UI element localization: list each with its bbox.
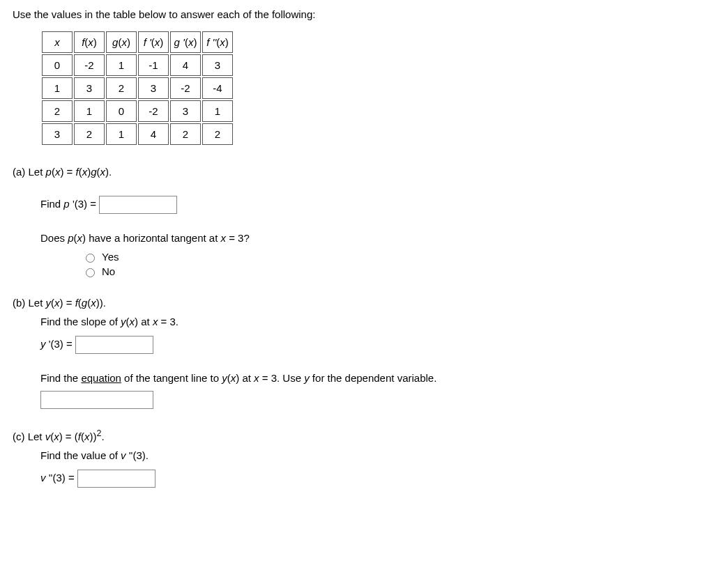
part-b-def2: (x) = f(g(x)). [51, 297, 106, 309]
table-cell: -2 [74, 54, 105, 76]
part-a-prefix: (a) Let [13, 166, 46, 178]
table-cell: 1 [106, 123, 137, 145]
vpp-label: ''(3) = [49, 472, 77, 483]
table-cell: 3 [74, 77, 105, 99]
slope-at: at [138, 316, 153, 327]
table-header-cell: x [42, 31, 73, 53]
eqline-x: x [254, 372, 259, 384]
table-row: 210-231 [42, 100, 233, 122]
intro-text: Use the values in the table below to ans… [13, 8, 701, 20]
part-a-p: p [46, 166, 52, 178]
v-dprime-3-field[interactable] [78, 470, 155, 487]
v-dprime-3-input[interactable] [77, 470, 155, 488]
table-header-cell: f '(x) [138, 31, 169, 53]
table-header-cell: g(x) [106, 31, 137, 53]
table-cell: 4 [170, 54, 201, 76]
tangent-line-input[interactable] [40, 391, 153, 409]
eqline-tail: for the dependent variable. [310, 372, 437, 384]
tangent-q-tail: = 3? [226, 232, 250, 244]
tangent-q-mid: have a horizontal tangent at [86, 232, 220, 244]
table-cell: -2 [138, 100, 169, 122]
eqline-pre: Find the [40, 372, 81, 384]
eqline-y: y [222, 372, 227, 384]
eqline-mid2: = 3. Use [259, 372, 305, 384]
part-c-def: (x) = (f(x))2. [50, 431, 104, 442]
table-cell: -4 [202, 77, 233, 99]
part-a-arg: (x) [52, 166, 64, 178]
table-cell: 3 [170, 100, 201, 122]
slope-yx2: (x) [126, 316, 139, 327]
table-row: 0-21-143 [42, 54, 233, 76]
part-c-find-tail: ''(3). [129, 449, 149, 461]
radio-no-row[interactable]: No [82, 265, 701, 277]
part-a-find-arg: '(3) = [73, 198, 99, 210]
tangent-q-x: x [221, 232, 227, 244]
tangent-q-px: (x) [74, 232, 86, 244]
slope-pre: Find the slope of [40, 316, 121, 327]
table-header-cell: f(x) [74, 31, 105, 53]
eqline-yx: (x) [227, 372, 240, 384]
part-c-find-pre: Find the value of [40, 449, 121, 461]
table-cell: 3 [138, 77, 169, 99]
part-c-find-v: v [121, 449, 129, 461]
tangent-q-pre: Does [40, 232, 68, 244]
table-cell: 3 [202, 54, 233, 76]
part-a: (a) Let p(x) = f(x)g(x). Find p '(3) = D… [13, 166, 701, 277]
values-table: xf(x)g(x)f '(x)g '(x)f ''(x) 0-21-143132… [40, 30, 234, 146]
p-prime-3-field[interactable] [100, 196, 176, 213]
radio-yes-label: Yes [102, 251, 119, 263]
part-c: (c) Let v(x) = (f(x))2. Find the value o… [13, 428, 701, 488]
table-cell: 1 [74, 100, 105, 122]
part-a-gx: (x). [97, 166, 112, 178]
table-cell: -1 [138, 54, 169, 76]
part-c-prefix: (c) Let [13, 431, 45, 442]
table-row: 321422 [42, 123, 233, 145]
eqline-u: equation [81, 372, 121, 384]
y-prime-3-input[interactable] [75, 336, 153, 354]
part-a-eq: = [63, 166, 75, 178]
table-cell: 2 [202, 123, 233, 145]
tangent-line-field[interactable] [41, 392, 153, 408]
table-cell: 4 [138, 123, 169, 145]
part-a-fx: (x) [79, 166, 91, 178]
yprime-label-y: y [40, 338, 49, 350]
part-b-def: y [46, 297, 52, 309]
radio-yes-row[interactable]: Yes [82, 251, 701, 263]
table-cell: 0 [106, 100, 137, 122]
radio-no[interactable] [86, 268, 95, 277]
table-cell: 1 [106, 54, 137, 76]
table-cell: 0 [42, 54, 73, 76]
slope-yx: y [121, 316, 126, 327]
eqline-yvar: y [304, 372, 310, 384]
radio-yes[interactable] [86, 254, 95, 263]
table-cell: 3 [42, 123, 73, 145]
eqline-at: at [239, 372, 254, 384]
slope-tail: = 3. [158, 316, 178, 327]
table-cell: 1 [202, 100, 233, 122]
table-cell: 2 [74, 123, 105, 145]
part-a-g: g [91, 166, 96, 178]
radio-no-label: No [102, 265, 115, 277]
part-b-prefix: (b) Let [13, 297, 46, 309]
table-cell: -2 [170, 77, 201, 99]
table-row: 1323-2-4 [42, 77, 233, 99]
eqline-mid1: of the tangent line to [121, 372, 222, 384]
tangent-q-p: p [68, 232, 73, 244]
table-cell: 2 [106, 77, 137, 99]
yprime-label: '(3) = [49, 338, 75, 350]
table-header-cell: g '(x) [170, 31, 201, 53]
part-a-find-p: p [63, 198, 73, 210]
y-prime-3-field[interactable] [76, 336, 153, 353]
part-b: (b) Let y(x) = f(g(x)). Find the slope o… [13, 297, 701, 409]
p-prime-3-input[interactable] [99, 196, 177, 214]
vpp-v: v [40, 472, 49, 483]
table-cell: 1 [42, 77, 73, 99]
table-cell: 2 [170, 123, 201, 145]
part-a-find-pre: Find [40, 198, 63, 210]
table-cell: 2 [42, 100, 73, 122]
table-header-cell: f ''(x) [202, 31, 233, 53]
